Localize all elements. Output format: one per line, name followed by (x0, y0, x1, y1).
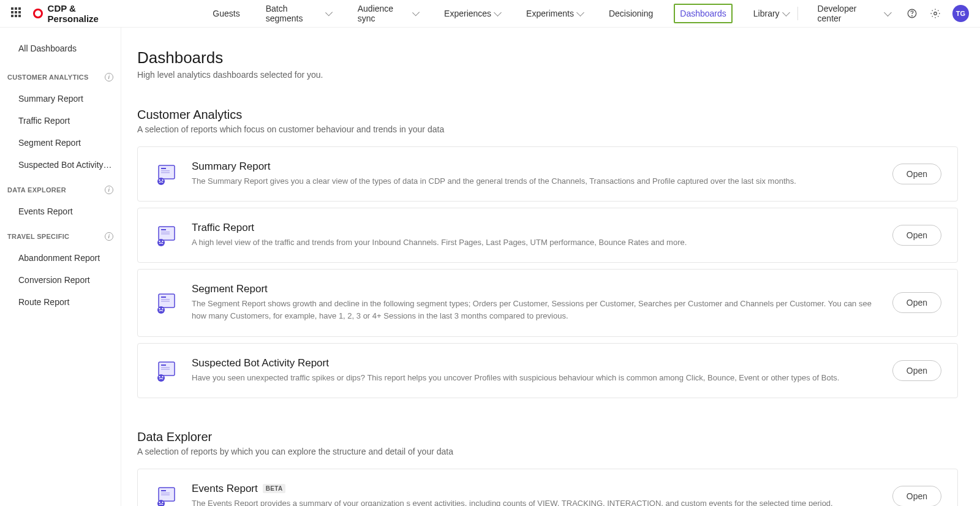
nav-item-label: Decisioning (609, 9, 653, 18)
nav-item-label: Guests (213, 9, 239, 18)
page-title: Dashboards (137, 48, 958, 67)
svg-point-2 (934, 12, 937, 15)
sidebar-item-summary-report[interactable]: Summary Report (0, 88, 121, 110)
card-description: The Segment Report shows growth and decl… (192, 298, 879, 322)
nav-items: GuestsBatch segmentsAudience syncExperie… (208, 0, 793, 27)
open-button[interactable]: Open (892, 360, 941, 381)
help-icon[interactable] (907, 7, 919, 20)
sidebar-all-dashboards[interactable]: All Dashboards (0, 37, 121, 59)
nav-decisioning[interactable]: Decisioning (604, 5, 658, 22)
card-title-text: Events Report (192, 483, 258, 495)
card-traffic-report: Traffic ReportA high level view of the t… (137, 208, 958, 263)
card-title-text: Traffic Report (192, 222, 254, 234)
section-subtitle-customer-analytics: A selection of reports which focus on cu… (137, 124, 958, 134)
card-segment-report: Segment ReportThe Segment Report shows g… (137, 269, 958, 336)
top-nav: CDP & Personalize GuestsBatch segmentsAu… (0, 0, 980, 28)
open-button[interactable]: Open (892, 486, 941, 506)
sidebar-section-customer-analytics: CUSTOMER ANALYTICSi (0, 67, 121, 88)
sidebar-item-conversion-report[interactable]: Conversion Report (0, 269, 121, 291)
info-icon[interactable]: i (105, 73, 113, 81)
nav-dashboards[interactable]: Dashboards (674, 4, 733, 23)
chevron-down-icon (782, 9, 790, 17)
report-icon (154, 358, 178, 383)
nav-audience-sync[interactable]: Audience sync (353, 0, 423, 27)
card-description: The Events Report provides a summary of … (192, 497, 879, 506)
nav-library[interactable]: Library (748, 5, 794, 22)
card-title: Segment Report (192, 283, 879, 295)
brand[interactable]: CDP & Personalize (33, 3, 129, 24)
nav-item-label: Dashboards (680, 9, 726, 18)
sidebar-item-abandonment-report[interactable]: Abandonment Report (0, 247, 121, 269)
open-button[interactable]: Open (892, 292, 941, 313)
chevron-down-icon (412, 9, 420, 16)
beta-badge: BETA (263, 484, 286, 493)
main-content[interactable]: Dashboards High level analytics dashboar… (121, 28, 980, 506)
chevron-down-icon (884, 9, 892, 17)
sidebar-item-suspected-bot-activity-r-[interactable]: Suspected Bot Activity R… (0, 154, 121, 176)
chevron-down-icon (494, 9, 502, 17)
brand-logo-icon (33, 9, 43, 18)
card-title-text: Suspected Bot Activity Report (192, 357, 329, 369)
nav-item-label: Audience sync (358, 4, 410, 23)
sidebar-item-events-report[interactable]: Events Report (0, 200, 121, 222)
card-body: Suspected Bot Activity ReportHave you se… (192, 357, 879, 384)
page-subtitle: High level analytics dashboards selected… (137, 70, 958, 80)
card-body: Events ReportBETAThe Events Report provi… (192, 483, 879, 506)
sidebar-sections: CUSTOMER ANALYTICSiSummary ReportTraffic… (0, 67, 121, 313)
card-body: Summary ReportThe Summary Report gives y… (192, 160, 879, 187)
card-title: Traffic Report (192, 222, 879, 234)
card-title: Suspected Bot Activity Report (192, 357, 879, 369)
sidebar-section-data-explorer: DATA EXPLORERi (0, 179, 121, 200)
nav-developer-center[interactable]: Developer center (813, 0, 895, 27)
card-title-text: Summary Report (192, 160, 270, 173)
info-icon[interactable]: i (105, 186, 113, 194)
chevron-down-icon (576, 9, 584, 17)
sidebar-section-title: CUSTOMER ANALYTICS (7, 74, 89, 81)
sidebar-item-traffic-report[interactable]: Traffic Report (0, 110, 121, 132)
nav-item-label: Experiments (526, 9, 574, 18)
section-subtitle-data-explorer: A selection of reports by which you can … (137, 447, 958, 456)
sections-container: Customer AnalyticsA selection of reports… (137, 108, 958, 506)
nav-item-label: Experiences (444, 9, 491, 18)
nav-item-label: Library (753, 9, 780, 18)
open-button[interactable]: Open (892, 225, 941, 246)
sidebar-section-title: DATA EXPLORER (7, 186, 66, 194)
sidebar: All Dashboards CUSTOMER ANALYTICSiSummar… (0, 28, 121, 506)
apps-grid-icon[interactable] (11, 7, 23, 20)
info-icon[interactable]: i (105, 232, 113, 241)
card-title: Events ReportBETA (192, 483, 879, 495)
nav-separator (797, 7, 798, 20)
report-icon (154, 484, 178, 506)
card-description: The Summary Report gives you a clear vie… (192, 175, 879, 187)
user-avatar[interactable]: TG (952, 5, 969, 22)
section-title-customer-analytics: Customer Analytics (137, 108, 958, 122)
card-body: Traffic ReportA high level view of the t… (192, 222, 879, 249)
report-icon (154, 290, 178, 315)
card-body: Segment ReportThe Segment Report shows g… (192, 283, 879, 322)
nav-experiments[interactable]: Experiments (521, 5, 588, 22)
section-title-data-explorer: Data Explorer (137, 430, 958, 444)
svg-point-1 (912, 15, 913, 16)
card-title-text: Segment Report (192, 283, 268, 295)
sidebar-section-title: TRAVEL SPECIFIC (7, 233, 69, 240)
sidebar-item-segment-report[interactable]: Segment Report (0, 132, 121, 154)
card-description: Have you seen unexpected traffic spikes … (192, 372, 879, 384)
avatar-initials: TG (956, 10, 965, 17)
nav-developer-center-label: Developer center (818, 4, 881, 23)
report-icon (154, 223, 178, 247)
sidebar-section-travel-specific: TRAVEL SPECIFICi (0, 226, 121, 247)
sidebar-item-route-report[interactable]: Route Report (0, 291, 121, 313)
report-icon (154, 162, 178, 186)
card-summary-report: Summary ReportThe Summary Report gives y… (137, 146, 958, 202)
settings-icon[interactable] (929, 7, 941, 20)
nav-guests[interactable]: Guests (208, 5, 244, 22)
nav-batch-segments[interactable]: Batch segments (261, 0, 337, 27)
brand-label: CDP & Personalize (48, 3, 129, 24)
card-description: A high level view of the traffic and tre… (192, 236, 879, 249)
card-title: Summary Report (192, 160, 879, 173)
chevron-down-icon (325, 9, 333, 16)
nav-experiences[interactable]: Experiences (439, 5, 505, 22)
open-button[interactable]: Open (892, 164, 941, 184)
card-suspected-bot-activity-report: Suspected Bot Activity ReportHave you se… (137, 343, 958, 398)
nav-item-label: Batch segments (266, 4, 323, 23)
